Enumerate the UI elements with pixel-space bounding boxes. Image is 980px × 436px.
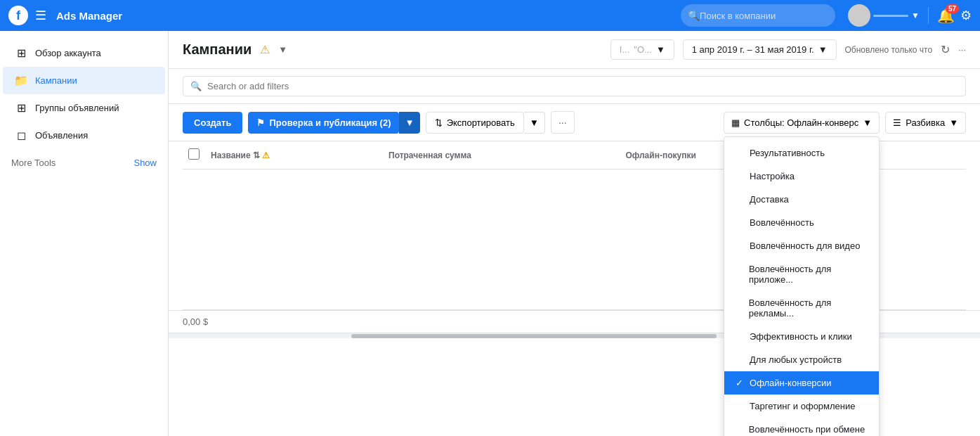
toolbar-more-button[interactable]: ··· bbox=[551, 111, 575, 134]
columns-button[interactable]: ▦ Столбцы: Офлайн-конверс ▼ bbox=[724, 112, 880, 134]
export-dropdown-button[interactable]: ▼ bbox=[524, 112, 545, 134]
sidebar: ⊞ Обзор аккаунта 📁 Кампании ⊞ Группы объ… bbox=[0, 31, 169, 436]
facebook-logo: f bbox=[8, 6, 28, 25]
dropdown-item-setup[interactable]: Настройка bbox=[724, 165, 879, 188]
dropdown-item-ad-engagement[interactable]: Вовлечённость для рекламы... bbox=[724, 291, 879, 325]
adsets-icon: ⊞ bbox=[14, 101, 28, 115]
review-publish-button[interactable]: ⚑ Проверка и публикация (2) bbox=[248, 112, 399, 134]
select-all-checkbox[interactable] bbox=[188, 148, 200, 160]
breakdown-icon: ☰ bbox=[893, 117, 901, 128]
columns-wrapper: ▦ Столбцы: Офлайн-конверс ▼ Результативн… bbox=[724, 112, 880, 134]
columns-icon: ▦ bbox=[731, 117, 740, 128]
account-bar bbox=[873, 15, 908, 17]
sidebar-item-label: Группы объявлений bbox=[35, 103, 119, 113]
overview-icon: ⊞ bbox=[14, 46, 28, 60]
global-search-input[interactable] bbox=[700, 11, 819, 21]
sidebar-item-label: Обзор аккаунта bbox=[35, 48, 101, 58]
more-tools-label: More Tools bbox=[11, 158, 55, 168]
total-value: 0,00 $ bbox=[183, 316, 208, 327]
main-layout: ⊞ Обзор аккаунта 📁 Кампании ⊞ Группы объ… bbox=[0, 31, 980, 436]
notifications-button[interactable]: 🔔 57 bbox=[937, 7, 955, 24]
dropdown-item-video-engagement[interactable]: Вовлечённость для видео bbox=[724, 234, 879, 257]
account-selector[interactable]: ▼ bbox=[848, 4, 920, 27]
nav-actions: ▼ 🔔 57 ⚙ bbox=[848, 4, 972, 27]
top-navigation: f ☰ Ads Manager 🔍 ▼ 🔔 57 ⚙ bbox=[0, 0, 980, 31]
check-icon: ✓ bbox=[736, 378, 745, 388]
breakdown-chevron-icon: ▼ bbox=[949, 117, 958, 128]
export-icon: ⇅ bbox=[435, 117, 443, 128]
avatar bbox=[848, 4, 870, 27]
dropdown-item-performance[interactable]: Результативность bbox=[724, 141, 879, 165]
dropdown-item-delivery[interactable]: Доставка bbox=[724, 188, 879, 211]
col-header-spent: Потраченная сумма bbox=[383, 141, 620, 169]
sort-icon[interactable]: ⇅ bbox=[253, 150, 260, 160]
notifications-badge: 57 bbox=[946, 4, 959, 13]
search-icon: 🔍 bbox=[190, 81, 202, 91]
hamburger-icon[interactable]: ☰ bbox=[35, 8, 46, 23]
global-search[interactable]: 🔍 bbox=[681, 4, 835, 27]
sidebar-item-campaigns[interactable]: 📁 Кампании bbox=[3, 67, 165, 94]
filter-dots: "О... bbox=[634, 44, 652, 55]
toolbar: Создать ⚑ Проверка и публикация (2) ▼ ⇅ … bbox=[169, 104, 980, 141]
sidebar-item-overview[interactable]: ⊞ Обзор аккаунта bbox=[3, 39, 165, 67]
sidebar-item-label: Объявления bbox=[35, 130, 88, 141]
create-button[interactable]: Создать bbox=[183, 112, 242, 134]
account-chevron-icon: ▼ bbox=[911, 11, 920, 20]
search-input[interactable] bbox=[207, 81, 958, 91]
filter-chevron-icon: ▼ bbox=[656, 44, 665, 55]
col-header-name: Название ⇅ ⚠ bbox=[205, 141, 383, 169]
dropdown-item-app-engagement[interactable]: Вовлечённость для приложе... bbox=[724, 257, 879, 291]
title-chevron-icon[interactable]: ▼ bbox=[278, 44, 287, 55]
dropdown-item-cross-device[interactable]: Для любых устройств bbox=[724, 348, 879, 371]
dropdown-item-offline-conversions[interactable]: ✓ Офлайн-конверсии bbox=[724, 371, 879, 395]
app-title: Ads Manager bbox=[56, 10, 122, 22]
warning-icon: ⚠ bbox=[260, 43, 270, 56]
refresh-icon[interactable]: ↻ bbox=[941, 43, 950, 56]
update-status: Обновлено только что bbox=[845, 45, 933, 55]
date-range-button[interactable]: 1 апр 2019 г. – 31 мая 2019 г. ▼ bbox=[683, 39, 837, 60]
campaigns-icon: 📁 bbox=[14, 74, 28, 87]
dropdown-item-targeting[interactable]: Таргетинг и оформление bbox=[724, 395, 879, 418]
page-title: Кампании bbox=[183, 41, 251, 58]
review-publish-dropdown-button[interactable]: ▼ bbox=[399, 112, 419, 134]
export-button[interactable]: ⇅ Экспортировать bbox=[426, 112, 524, 134]
search-filter-bar[interactable]: 🔍 bbox=[183, 76, 966, 96]
content-header: Кампании ⚠ ▼ I... "О... ▼ 1 апр 2019 г. … bbox=[169, 31, 980, 69]
warning-col-icon: ⚠ bbox=[262, 150, 270, 160]
sidebar-item-adsets[interactable]: ⊞ Группы объявлений bbox=[3, 94, 165, 122]
dropdown-item-performance-clicks[interactable]: Эффективность и клики bbox=[724, 325, 879, 348]
more-tools-show-button[interactable]: Show bbox=[133, 158, 157, 168]
nav-divider bbox=[928, 7, 929, 24]
sidebar-item-ads[interactable]: ◻ Объявления bbox=[3, 122, 165, 149]
columns-dropdown-menu: Результативность Настройка Доставка Вовл… bbox=[724, 136, 880, 437]
review-publish-button-group: ⚑ Проверка и публикация (2) ▼ bbox=[248, 112, 419, 134]
sidebar-item-label: Кампании bbox=[35, 75, 77, 86]
dropdown-item-engagement[interactable]: Вовлечённость bbox=[724, 211, 879, 234]
more-tools-row: More Tools Show bbox=[0, 152, 168, 174]
ads-icon: ◻ bbox=[14, 129, 28, 142]
header-more-button[interactable]: ··· bbox=[958, 44, 966, 55]
search-icon: 🔍 bbox=[688, 10, 700, 21]
flag-icon: ⚑ bbox=[256, 117, 265, 128]
filter-label: I... bbox=[620, 44, 629, 55]
dropdown-item-messaging[interactable]: Вовлечённость при обмене с... bbox=[724, 418, 879, 437]
filter-selector-button[interactable]: I... "О... ▼ bbox=[610, 39, 674, 60]
date-range-label: 1 апр 2019 г. – 31 мая 2019 г. bbox=[692, 44, 814, 55]
export-button-group: ⇅ Экспортировать ▼ bbox=[426, 112, 545, 134]
main-content: Кампании ⚠ ▼ I... "О... ▼ 1 апр 2019 г. … bbox=[169, 31, 980, 436]
date-chevron-icon: ▼ bbox=[818, 44, 828, 55]
settings-icon[interactable]: ⚙ bbox=[960, 8, 972, 23]
columns-chevron-icon: ▼ bbox=[863, 117, 872, 128]
scrollbar-thumb[interactable] bbox=[351, 334, 717, 338]
breakdown-button[interactable]: ☰ Разбивка ▼ bbox=[885, 112, 966, 134]
